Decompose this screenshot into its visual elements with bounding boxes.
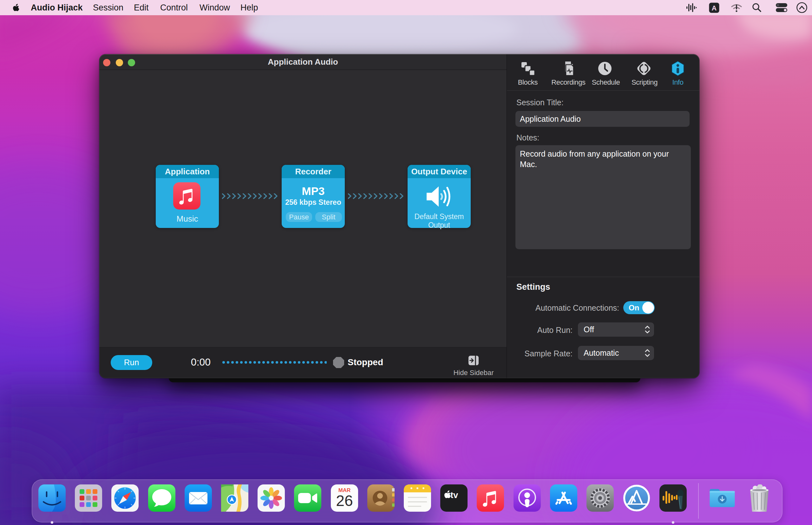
svg-text:tv: tv [451,490,458,500]
svg-text:26: 26 [336,492,353,509]
svg-text:A: A [712,4,717,12]
